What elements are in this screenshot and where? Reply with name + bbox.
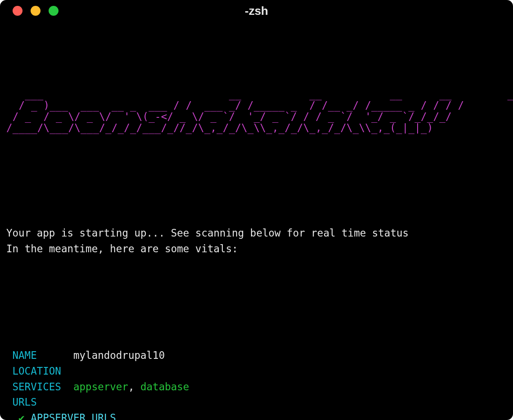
vitals-service-b: database — [140, 381, 189, 393]
vitals-name-label: NAME — [13, 349, 37, 361]
ascii-banner: ___ __ __ __ __ ______ / _ )___ ___ __ _… — [6, 78, 507, 145]
startup-message: Your app is starting up... See scanning … — [6, 210, 507, 273]
appserver-urls-header: APPSERVER URLS — [31, 412, 116, 420]
window-traffic-lights — [0, 6, 58, 16]
vitals-name-value: mylandodrupal10 — [73, 349, 165, 361]
ascii-line: ___ __ __ __ __ ______ — [6, 88, 513, 100]
window-titlebar: -zsh — [0, 0, 513, 22]
ascii-line: / _ / _ \/ _ \/ ' \(_-</ _ \/ _ `/ '_/ _… — [6, 111, 458, 122]
startup-line-1: Your app is starting up... See scanning … — [6, 227, 409, 239]
vitals-urls-label: URLS — [13, 396, 37, 408]
vitals-service-a: appserver — [73, 381, 128, 393]
window-title: -zsh — [0, 4, 513, 18]
vitals-services-label: SERVICES — [13, 381, 61, 393]
check-icon: ✔ — [18, 412, 25, 420]
startup-line-2: In the meantime, here are some vitals: — [6, 243, 238, 255]
terminal-window: -zsh ___ __ __ __ __ ______ / _ )___ ___… — [0, 0, 513, 420]
vitals-block: NAME mylandodrupal10 LOCATION SERVICES a… — [6, 332, 507, 420]
ascii-line: /____/\___/\___/_/_/_/___/_//_/\_,_/_/\_… — [6, 122, 446, 134]
ascii-line: / _ )___ ___ __ _ ___ / / ___ _/ /_____ … — [6, 99, 464, 111]
zoom-window-button[interactable] — [49, 6, 58, 16]
close-window-button[interactable] — [13, 6, 22, 16]
terminal-body[interactable]: ___ __ __ __ __ ______ / _ )___ ___ __ _… — [0, 22, 513, 420]
vitals-service-sep: , — [128, 381, 140, 393]
vitals-location-label: LOCATION — [13, 365, 61, 377]
minimize-window-button[interactable] — [31, 6, 40, 16]
